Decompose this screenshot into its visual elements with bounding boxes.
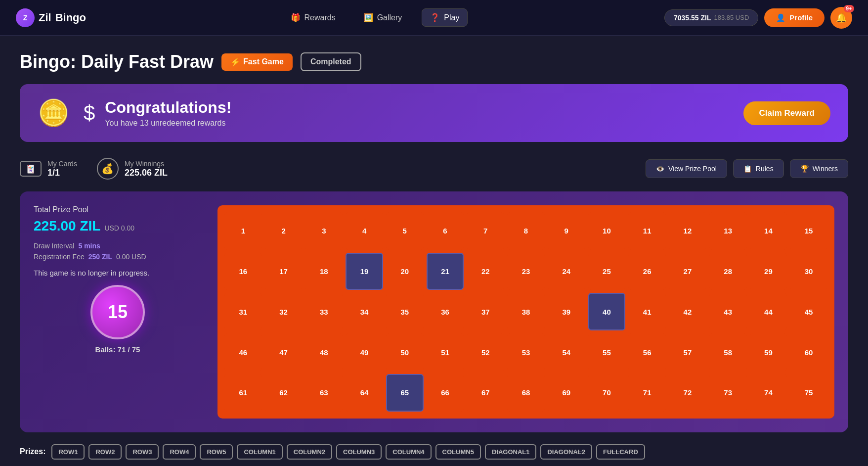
game-info: Draw Interval 5 mins Registration Fee 25… — [34, 242, 202, 261]
prize-tag-row4[interactable]: ROW4 — [163, 444, 196, 460]
rules-label: Rules — [756, 165, 774, 173]
grid-cell-69: 69 — [548, 374, 585, 412]
trophy-icon: 🏆 — [800, 165, 809, 173]
logo-icon: Z — [16, 8, 35, 27]
prize-tag-row3[interactable]: ROW3 — [126, 444, 159, 460]
prize-zil: 225.00 ZIL — [34, 218, 100, 234]
rewards-nav-btn[interactable]: 🎁 Rewards — [283, 9, 344, 26]
my-cards-label: My Cards — [47, 160, 77, 168]
main-content: Bingo: Daily Fast Draw ⚡ Fast Game Compl… — [0, 36, 868, 466]
grid-cell-27: 27 — [669, 253, 706, 290]
claim-reward-button[interactable]: Claim Reward — [743, 101, 830, 125]
grid-cell-60: 60 — [790, 333, 827, 371]
prize-tag-diag1[interactable]: DIAGONAL1 — [485, 444, 537, 460]
grid-cell-47: 47 — [265, 333, 303, 371]
play-nav-btn[interactable]: ❓ Play — [422, 8, 468, 27]
fast-game-label: Fast Game — [243, 57, 284, 66]
winnings-icon: 💰 — [97, 158, 119, 180]
winners-button[interactable]: 🏆 Winners — [790, 159, 848, 178]
grid-cell-14: 14 — [750, 212, 787, 250]
grid-cell-57: 57 — [669, 333, 706, 371]
game-right-panel: 1234567891011121314151617181920212223242… — [217, 205, 834, 419]
congratulations-card: 🪙 $ Congratulations! You have 13 unredee… — [20, 84, 848, 142]
grid-cell-56: 56 — [628, 333, 666, 371]
grid-cell-54: 54 — [548, 333, 585, 371]
grid-cell-6: 6 — [427, 212, 464, 250]
page-header: Bingo: Daily Fast Draw ⚡ Fast Game Compl… — [20, 51, 848, 72]
grid-cell-13: 13 — [709, 212, 747, 250]
view-prize-pool-button[interactable]: 👁️ View Prize Pool — [646, 159, 727, 178]
rules-button[interactable]: 📋 Rules — [733, 159, 784, 178]
grid-cell-31: 31 — [224, 293, 262, 330]
gallery-label: Gallery — [377, 13, 402, 22]
prize-usd: USD 0.00 — [104, 224, 134, 232]
grid-cell-36: 36 — [427, 293, 464, 330]
grid-cell-5: 5 — [386, 212, 424, 250]
grid-cell-7: 7 — [467, 212, 504, 250]
grid-cell-28: 28 — [709, 253, 747, 290]
cards-icon: 🃏 — [20, 161, 42, 177]
prize-tag-row5[interactable]: ROW5 — [200, 444, 233, 460]
grid-cell-43: 43 — [709, 293, 747, 330]
reg-fee-zil: 250 ZIL — [88, 253, 112, 261]
grid-cell-32: 32 — [265, 293, 303, 330]
grid-cell-12: 12 — [669, 212, 706, 250]
grid-cell-65: 65 — [386, 374, 424, 412]
profile-button[interactable]: 👤 Profile — [764, 8, 825, 27]
my-winnings-value: 225.06 ZIL — [125, 168, 168, 178]
play-label: Play — [444, 13, 459, 22]
nav-right: 7035.55 ZIL 183.85 USD 👤 Profile 🔔 9+ — [664, 7, 852, 29]
play-icon: ❓ — [430, 13, 440, 22]
balance-zil: 7035.55 ZIL — [674, 14, 711, 22]
logo: Z ZilBingo — [16, 8, 86, 27]
prize-pool-icon: 👁️ — [656, 165, 664, 173]
prize-tag-col1[interactable]: COLUMN1 — [237, 444, 282, 460]
grid-cell-9: 9 — [548, 212, 585, 250]
stats-row: 🃏 My Cards 1/1 💰 My Winnings 225.06 ZIL … — [20, 158, 848, 180]
grid-cell-59: 59 — [750, 333, 787, 371]
prize-tag-col3[interactable]: COLUMN3 — [336, 444, 382, 460]
game-area: Total Prize Pool 225.00 ZIL USD 0.00 Dra… — [20, 191, 848, 432]
prize-tag-col2[interactable]: COLUMN2 — [287, 444, 332, 460]
grid-cell-1: 1 — [224, 212, 262, 250]
grid-cell-71: 71 — [628, 374, 666, 412]
grid-cell-49: 49 — [346, 333, 383, 371]
grid-cell-17: 17 — [265, 253, 303, 290]
grid-cell-62: 62 — [265, 374, 303, 412]
stats-right: 👁️ View Prize Pool 📋 Rules 🏆 Winners — [646, 159, 848, 178]
grid-cell-58: 58 — [709, 333, 747, 371]
grid-cell-75: 75 — [790, 374, 827, 412]
winners-label: Winners — [813, 165, 838, 173]
prize-tag-col4[interactable]: COLUMN4 — [386, 444, 431, 460]
notification-button[interactable]: 🔔 9+ — [830, 7, 852, 29]
balance-usd: 183.85 USD — [714, 14, 749, 21]
grid-cell-38: 38 — [507, 293, 545, 330]
coins-icon: 🪙 — [38, 98, 70, 128]
profile-icon: 👤 — [776, 13, 785, 22]
prize-tag-fullcard[interactable]: FULLCARD — [596, 444, 645, 460]
page-title: Bingo: Daily Fast Draw — [20, 51, 214, 72]
my-cards-stat: 🃏 My Cards 1/1 — [20, 160, 77, 178]
my-winnings-stat: 💰 My Winnings 225.06 ZIL — [97, 158, 168, 180]
grid-cell-74: 74 — [750, 374, 787, 412]
congrats-subtext: You have 13 unredeemed rewards — [105, 119, 231, 128]
grid-cell-25: 25 — [588, 253, 626, 290]
prize-tag-col5[interactable]: COLUMN5 — [435, 444, 481, 460]
grid-cell-4: 4 — [346, 212, 383, 250]
prize-tag-row2[interactable]: ROW2 — [88, 444, 122, 460]
balance-display: 7035.55 ZIL 183.85 USD — [664, 9, 758, 26]
gallery-nav-btn[interactable]: 🖼️ Gallery — [355, 9, 410, 26]
dollar-icon: $ — [84, 101, 95, 125]
grid-cell-41: 41 — [628, 293, 666, 330]
prizes-label: Prizes: — [20, 447, 45, 456]
grid-cell-55: 55 — [588, 333, 626, 371]
grid-cell-20: 20 — [386, 253, 424, 290]
my-cards-info: My Cards 1/1 — [47, 160, 77, 178]
lightning-icon: ⚡ — [230, 57, 240, 67]
grid-cell-26: 26 — [628, 253, 666, 290]
grid-cell-37: 37 — [467, 293, 504, 330]
grid-cell-45: 45 — [790, 293, 827, 330]
prize-tag-diag2[interactable]: DIAGONAL2 — [540, 444, 592, 460]
prize-tag-row1[interactable]: ROW1 — [51, 444, 85, 460]
grid-cell-34: 34 — [346, 293, 383, 330]
